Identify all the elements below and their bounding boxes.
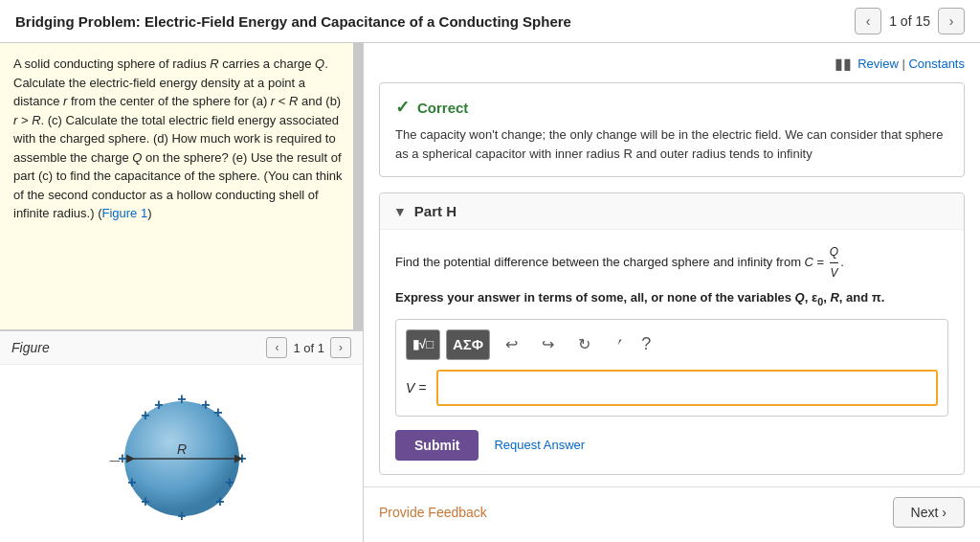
figure-nav: ‹ 1 of 1 › (266, 337, 351, 358)
bottom-bar: Provide Feedback Next › (364, 486, 980, 537)
check-icon: ✓ (395, 97, 410, 118)
page-navigation: ‹ 1 of 15 › (855, 8, 965, 34)
next-page-button[interactable]: › (938, 8, 965, 34)
problem-text: A solid conducting sphere of radius R ca… (13, 56, 343, 220)
figure-title: Figure (11, 340, 266, 355)
svg-text:+: + (237, 450, 246, 466)
math-toolbar: ▮√□ ΑΣΦ ↩ ↪ ↻ ⎖ ? (406, 329, 938, 360)
sphere-figure: + + + + + + + + + (105, 377, 258, 531)
figure-counter: 1 of 1 (293, 341, 324, 355)
svg-text:+: + (141, 407, 149, 423)
svg-text:+: + (213, 404, 222, 420)
part-instruction: Express your answer in terms of some, al… (395, 290, 948, 307)
figure-header: Figure ‹ 1 of 1 › (0, 331, 363, 365)
next-button[interactable]: Next › (893, 497, 965, 528)
next-arrow-icon: › (942, 505, 947, 520)
answer-row: V = (406, 370, 938, 406)
svg-text:+: + (177, 391, 186, 407)
svg-text:+: + (141, 493, 149, 509)
answer-label: V = (406, 380, 429, 395)
figure-prev-button[interactable]: ‹ (266, 337, 287, 358)
svg-text:+: + (177, 508, 186, 524)
submit-button[interactable]: Submit (395, 430, 479, 461)
undo-button[interactable]: ↩ (496, 329, 526, 360)
svg-text:—: — (109, 454, 120, 465)
part-title: Part H (414, 203, 457, 219)
refresh-button[interactable]: ↻ (568, 329, 599, 360)
svg-text:+: + (225, 474, 234, 490)
correct-title: Correct (417, 100, 468, 116)
greek-button[interactable]: ΑΣΦ (446, 329, 490, 360)
review-icon: ▮▮ (835, 55, 852, 73)
prev-page-button[interactable]: ‹ (855, 8, 881, 34)
help-button[interactable]: ? (641, 334, 651, 354)
figure-section: Figure ‹ 1 of 1 › (0, 330, 363, 542)
left-panel: A solid conducting sphere of radius R ca… (0, 43, 364, 542)
redo-button[interactable]: ↪ (532, 329, 563, 360)
page-title: Bridging Problem: Electric-Field Energy … (15, 13, 571, 30)
svg-text:+: + (215, 493, 224, 509)
svg-text:+: + (154, 396, 163, 413)
figure-link[interactable]: Figure 1 (101, 206, 147, 220)
review-links: Review | Constants (858, 56, 965, 71)
page-header: Bridging Problem: Electric-Field Energy … (0, 0, 980, 43)
correct-box: ✓ Correct The capacity won't change; the… (379, 82, 965, 177)
main-layout: A solid conducting sphere of radius R ca… (0, 43, 980, 542)
svg-text:R: R (176, 441, 186, 457)
page-counter: 1 of 15 (889, 13, 930, 29)
figure-image-area: + + + + + + + + + (0, 365, 363, 542)
feedback-link[interactable]: Provide Feedback (379, 505, 487, 520)
request-answer-link[interactable]: Request Answer (494, 438, 585, 452)
svg-text:+: + (127, 474, 136, 490)
action-buttons: Submit Request Answer (395, 430, 948, 461)
answer-input[interactable] (436, 370, 938, 406)
correct-text: The capacity won't change; the only chan… (395, 125, 948, 163)
right-panel: ▮▮ Review | Constants ✓ Correct The capa… (364, 43, 980, 542)
scrollbar[interactable] (353, 43, 363, 329)
math-toolbar-box: ▮√□ ΑΣΦ ↩ ↪ ↻ ⎖ ? (395, 319, 948, 417)
keyboard-button[interactable]: ⎖ (605, 329, 635, 360)
correct-header: ✓ Correct (395, 97, 948, 118)
matrix-sqrt-button[interactable]: ▮√□ (406, 329, 440, 360)
review-link[interactable]: Review (858, 56, 899, 71)
part-question: Find the potential difference between th… (395, 243, 948, 282)
review-bar: ▮▮ Review | Constants (379, 55, 965, 73)
figure-next-button[interactable]: › (330, 337, 351, 358)
next-label: Next (911, 505, 939, 520)
part-collapse-arrow[interactable]: ▼ (393, 204, 407, 219)
constants-link[interactable]: Constants (908, 56, 965, 71)
part-body: Find the potential difference between th… (380, 230, 964, 474)
svg-text:+: + (201, 396, 210, 413)
part-header: ▼ Part H (380, 193, 964, 230)
problem-text-area: A solid conducting sphere of radius R ca… (0, 43, 363, 330)
part-section: ▼ Part H Find the potential difference b… (379, 192, 965, 475)
